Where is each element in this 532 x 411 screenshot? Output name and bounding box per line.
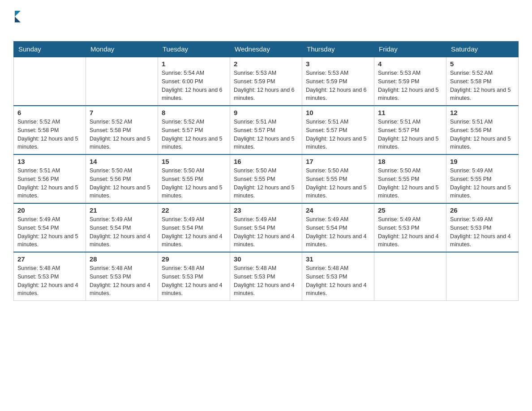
calendar-table: SundayMondayTuesdayWednesdayThursdayFrid…	[13, 41, 519, 301]
calendar-cell: 8Sunrise: 5:52 AMSunset: 5:57 PMDaylight…	[158, 106, 230, 154]
day-number: 16	[234, 158, 298, 165]
calendar-day-header-tuesday: Tuesday	[158, 42, 230, 57]
day-info: Sunrise: 5:51 AMSunset: 5:57 PMDaylight:…	[378, 118, 442, 151]
day-info: Sunrise: 5:48 AMSunset: 5:53 PMDaylight:…	[234, 264, 298, 298]
calendar-day-header-monday: Monday	[86, 42, 158, 57]
day-info: Sunrise: 5:54 AMSunset: 6:00 PMDaylight:…	[162, 69, 226, 103]
calendar-cell: 1Sunrise: 5:54 AMSunset: 6:00 PMDaylight…	[158, 57, 230, 106]
day-info: Sunrise: 5:50 AMSunset: 5:55 PMDaylight:…	[306, 167, 370, 200]
calendar-cell: 11Sunrise: 5:51 AMSunset: 5:57 PMDayligh…	[374, 106, 446, 154]
calendar-cell: 24Sunrise: 5:49 AMSunset: 5:54 PMDayligh…	[302, 203, 374, 252]
day-number: 3	[306, 60, 370, 68]
day-number: 1	[162, 60, 226, 68]
calendar-cell: 18Sunrise: 5:50 AMSunset: 5:55 PMDayligh…	[374, 154, 446, 203]
day-info: Sunrise: 5:50 AMSunset: 5:56 PMDaylight:…	[90, 167, 154, 200]
day-number: 4	[378, 60, 442, 68]
calendar-cell	[86, 57, 158, 106]
calendar-day-header-saturday: Saturday	[446, 42, 519, 57]
calendar-week-row-2: 13Sunrise: 5:51 AMSunset: 5:56 PMDayligh…	[14, 154, 519, 203]
day-number: 28	[90, 255, 154, 263]
calendar-cell	[374, 252, 446, 301]
calendar-cell: 20Sunrise: 5:49 AMSunset: 5:54 PMDayligh…	[14, 203, 86, 252]
day-info: Sunrise: 5:52 AMSunset: 5:57 PMDaylight:…	[162, 118, 226, 151]
day-info: Sunrise: 5:52 AMSunset: 5:58 PMDaylight:…	[90, 118, 154, 151]
day-info: Sunrise: 5:50 AMSunset: 5:55 PMDaylight:…	[162, 167, 226, 200]
calendar-cell: 28Sunrise: 5:48 AMSunset: 5:53 PMDayligh…	[86, 252, 158, 301]
day-number: 20	[17, 206, 82, 214]
calendar-cell: 16Sunrise: 5:50 AMSunset: 5:55 PMDayligh…	[230, 154, 302, 203]
day-number: 30	[234, 255, 298, 263]
day-number: 18	[378, 158, 442, 165]
day-number: 27	[17, 255, 82, 263]
calendar-cell: 21Sunrise: 5:49 AMSunset: 5:54 PMDayligh…	[86, 203, 158, 252]
calendar-cell: 15Sunrise: 5:50 AMSunset: 5:55 PMDayligh…	[158, 154, 230, 203]
day-info: Sunrise: 5:52 AMSunset: 5:58 PMDaylight:…	[17, 118, 82, 151]
day-info: Sunrise: 5:52 AMSunset: 5:58 PMDaylight:…	[450, 69, 515, 103]
logo	[13, 9, 21, 37]
day-info: Sunrise: 5:49 AMSunset: 5:54 PMDaylight:…	[17, 215, 82, 249]
day-info: Sunrise: 5:51 AMSunset: 5:57 PMDaylight:…	[234, 118, 298, 151]
calendar-week-row-3: 20Sunrise: 5:49 AMSunset: 5:54 PMDayligh…	[14, 203, 519, 252]
calendar-cell: 23Sunrise: 5:49 AMSunset: 5:54 PMDayligh…	[230, 203, 302, 252]
calendar-cell: 27Sunrise: 5:48 AMSunset: 5:53 PMDayligh…	[14, 252, 86, 301]
day-info: Sunrise: 5:48 AMSunset: 5:53 PMDaylight:…	[306, 264, 370, 298]
day-info: Sunrise: 5:53 AMSunset: 5:59 PMDaylight:…	[306, 69, 370, 103]
calendar-cell: 2Sunrise: 5:53 AMSunset: 5:59 PMDaylight…	[230, 57, 302, 106]
day-number: 31	[306, 255, 370, 263]
day-number: 26	[450, 206, 515, 214]
day-info: Sunrise: 5:48 AMSunset: 5:53 PMDaylight:…	[162, 264, 226, 298]
calendar-week-row-4: 27Sunrise: 5:48 AMSunset: 5:53 PMDayligh…	[14, 252, 519, 301]
day-info: Sunrise: 5:49 AMSunset: 5:55 PMDaylight:…	[450, 167, 515, 200]
calendar-cell: 9Sunrise: 5:51 AMSunset: 5:57 PMDaylight…	[230, 106, 302, 154]
day-number: 24	[306, 206, 370, 214]
day-info: Sunrise: 5:49 AMSunset: 5:53 PMDaylight:…	[378, 215, 442, 249]
calendar-cell: 31Sunrise: 5:48 AMSunset: 5:53 PMDayligh…	[302, 252, 374, 301]
day-info: Sunrise: 5:48 AMSunset: 5:53 PMDaylight:…	[90, 264, 154, 298]
calendar-cell	[14, 57, 86, 106]
day-info: Sunrise: 5:53 AMSunset: 5:59 PMDaylight:…	[378, 69, 442, 103]
calendar-day-header-friday: Friday	[374, 42, 446, 57]
calendar-cell: 17Sunrise: 5:50 AMSunset: 5:55 PMDayligh…	[302, 154, 374, 203]
day-info: Sunrise: 5:49 AMSunset: 5:54 PMDaylight:…	[234, 215, 298, 249]
calendar-header-row: SundayMondayTuesdayWednesdayThursdayFrid…	[14, 42, 519, 57]
calendar-day-header-thursday: Thursday	[302, 42, 374, 57]
day-number: 15	[162, 158, 226, 165]
day-info: Sunrise: 5:51 AMSunset: 5:57 PMDaylight:…	[306, 118, 370, 151]
day-number: 14	[90, 158, 154, 165]
day-number: 22	[162, 206, 226, 214]
day-number: 10	[306, 109, 370, 116]
day-number: 19	[450, 158, 515, 165]
calendar-day-header-wednesday: Wednesday	[230, 42, 302, 57]
day-number: 7	[90, 109, 154, 116]
day-info: Sunrise: 5:53 AMSunset: 5:59 PMDaylight:…	[234, 69, 298, 103]
day-number: 9	[234, 109, 298, 116]
day-number: 6	[17, 109, 82, 116]
day-info: Sunrise: 5:49 AMSunset: 5:53 PMDaylight:…	[450, 215, 515, 249]
calendar-cell: 29Sunrise: 5:48 AMSunset: 5:53 PMDayligh…	[158, 252, 230, 301]
day-number: 25	[378, 206, 442, 214]
calendar-cell: 30Sunrise: 5:48 AMSunset: 5:53 PMDayligh…	[230, 252, 302, 301]
calendar-cell: 3Sunrise: 5:53 AMSunset: 5:59 PMDaylight…	[302, 57, 374, 106]
calendar-cell: 6Sunrise: 5:52 AMSunset: 5:58 PMDaylight…	[14, 106, 86, 154]
day-number: 5	[450, 60, 515, 68]
calendar-cell: 4Sunrise: 5:53 AMSunset: 5:59 PMDaylight…	[374, 57, 446, 106]
calendar-cell: 10Sunrise: 5:51 AMSunset: 5:57 PMDayligh…	[302, 106, 374, 154]
day-number: 12	[450, 109, 515, 116]
calendar-cell: 7Sunrise: 5:52 AMSunset: 5:58 PMDaylight…	[86, 106, 158, 154]
calendar-cell	[446, 252, 519, 301]
day-number: 2	[234, 60, 298, 68]
calendar-cell: 12Sunrise: 5:51 AMSunset: 5:56 PMDayligh…	[446, 106, 519, 154]
day-number: 8	[162, 109, 226, 116]
calendar-cell: 22Sunrise: 5:49 AMSunset: 5:54 PMDayligh…	[158, 203, 230, 252]
calendar-week-row-0: 1Sunrise: 5:54 AMSunset: 6:00 PMDaylight…	[14, 57, 519, 106]
calendar-cell: 5Sunrise: 5:52 AMSunset: 5:58 PMDaylight…	[446, 57, 519, 106]
day-info: Sunrise: 5:50 AMSunset: 5:55 PMDaylight:…	[378, 167, 442, 200]
calendar-cell: 13Sunrise: 5:51 AMSunset: 5:56 PMDayligh…	[14, 154, 86, 203]
day-info: Sunrise: 5:49 AMSunset: 5:54 PMDaylight:…	[162, 215, 226, 249]
day-info: Sunrise: 5:48 AMSunset: 5:53 PMDaylight:…	[17, 264, 82, 298]
calendar-day-header-sunday: Sunday	[14, 42, 86, 57]
day-info: Sunrise: 5:49 AMSunset: 5:54 PMDaylight:…	[306, 215, 370, 249]
day-info: Sunrise: 5:51 AMSunset: 5:56 PMDaylight:…	[450, 118, 515, 151]
calendar-cell: 14Sunrise: 5:50 AMSunset: 5:56 PMDayligh…	[86, 154, 158, 203]
calendar-cell: 25Sunrise: 5:49 AMSunset: 5:53 PMDayligh…	[374, 203, 446, 252]
